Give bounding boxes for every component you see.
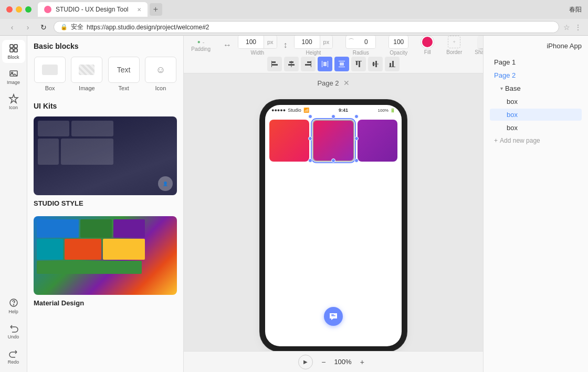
svg-rect-28 <box>372 63 379 64</box>
block-item-text[interactable]: Text Text <box>108 57 140 91</box>
width-input[interactable] <box>238 36 264 49</box>
sidebar-item-block[interactable]: Block <box>2 40 25 63</box>
play-button[interactable]: ▶ <box>298 355 313 369</box>
page-item-box1[interactable]: box <box>490 95 582 108</box>
radius-input-group[interactable]: ⌒ <box>345 36 376 49</box>
close-button[interactable] <box>6 6 13 13</box>
align-right-button[interactable] <box>301 57 316 71</box>
sidebar-item-redo[interactable]: Redo <box>2 345 25 368</box>
address-bar[interactable]: 🔒 安全 https://app.studio.design/project/w… <box>54 21 559 33</box>
browser-user: 春阳 <box>569 5 582 14</box>
box-purple[interactable] <box>358 120 397 162</box>
distribute-v-icon <box>338 60 345 68</box>
sidebar-item-image[interactable]: Image <box>2 65 25 88</box>
shadow-section: Shadow <box>475 36 483 55</box>
zoom-level: 100% <box>334 358 351 366</box>
address-url: https://app.studio.design/project/welcom… <box>87 24 209 31</box>
page2-label: Page 2 <box>494 71 516 79</box>
box-pink[interactable] <box>312 120 354 162</box>
opacity-input-group[interactable] <box>388 36 408 49</box>
material-block <box>37 261 142 274</box>
chat-button[interactable] <box>324 307 343 326</box>
zoom-in-button[interactable]: + <box>356 356 369 368</box>
minimize-button[interactable] <box>16 6 22 13</box>
opacity-input[interactable] <box>389 36 408 49</box>
kit-material-design[interactable]: Material Design <box>34 216 177 307</box>
width-input-group[interactable]: px <box>238 36 277 49</box>
zoom-out-button[interactable]: − <box>317 356 330 368</box>
align-left-button[interactable] <box>267 57 282 71</box>
lock-icon: 🔒 <box>60 24 68 30</box>
height-section: px Height <box>294 36 333 56</box>
align-middle-v-button[interactable] <box>368 57 383 71</box>
align-top-button[interactable] <box>351 57 366 71</box>
distribute-h-icon <box>321 60 329 68</box>
studio-avatar-icon: 👤 <box>163 182 168 186</box>
align-center-h-button[interactable] <box>284 57 299 71</box>
traffic-lights <box>6 6 32 13</box>
tab-close-button[interactable]: ✕ <box>137 7 141 13</box>
svg-rect-15 <box>305 64 311 66</box>
box-thumb <box>34 57 66 83</box>
svg-rect-1 <box>14 45 17 48</box>
toolbar-top-row: Box ● - - 22 Margin ● <box>184 36 483 55</box>
distribute-h-button[interactable] <box>318 57 332 71</box>
align-bottom-button[interactable] <box>385 57 400 71</box>
maximize-button[interactable] <box>25 6 32 13</box>
browser-toolbar: ‹ › ↻ 🔒 安全 https://app.studio.design/pro… <box>0 19 588 35</box>
padding-section: ● - Padding <box>191 39 211 52</box>
icon-sidebar-bottom: Help Undo Redo <box>2 294 25 368</box>
fill-color-swatch[interactable] <box>421 36 434 48</box>
shadow-control[interactable] <box>478 36 483 48</box>
back-button[interactable]: ‹ <box>6 23 18 31</box>
shadow-label: Shadow <box>475 49 483 55</box>
page-item-box3[interactable]: box <box>490 122 582 134</box>
battery-icon: 🔋 <box>390 108 395 113</box>
distribute-v-button[interactable] <box>334 57 349 71</box>
radius-input[interactable] <box>356 36 375 49</box>
page-item-page1[interactable]: Page 1 <box>490 56 582 68</box>
svg-rect-16 <box>311 61 311 67</box>
battery-percent: 100% <box>378 108 388 113</box>
material-block <box>37 219 79 238</box>
new-tab-button[interactable]: + <box>150 3 162 16</box>
fill-section: Fill <box>421 36 434 55</box>
page-close-button[interactable]: ✕ <box>343 79 350 87</box>
icon-shape: ☺ <box>156 65 165 76</box>
kit-studio-style[interactable]: 👤 STUDIO STYLE <box>34 116 177 208</box>
height-input[interactable] <box>295 36 320 49</box>
browser-menu-button[interactable]: ⋮ <box>574 23 582 31</box>
bookmark-button[interactable]: ☆ <box>563 23 570 31</box>
height-input-group[interactable]: px <box>294 36 333 49</box>
sidebar-item-undo[interactable]: Undo <box>2 320 25 343</box>
svg-rect-23 <box>356 61 358 65</box>
network-label: Studio <box>288 108 301 113</box>
add-page-button[interactable]: + Add new page <box>490 134 582 147</box>
forward-button[interactable]: › <box>22 23 34 31</box>
block-item-image[interactable]: Image <box>70 57 103 91</box>
svg-rect-24 <box>359 61 360 67</box>
padding-value-display: - <box>203 39 205 45</box>
page-item-base[interactable]: ▾ Base <box>490 82 582 94</box>
image-icon <box>8 68 19 79</box>
basic-blocks-title: Basic blocks <box>34 42 177 50</box>
border-control[interactable]: + <box>448 36 460 48</box>
canvas-workspace[interactable]: Page 2 ✕ ●●●●● Studio 📶 9:41 100% 🔋 <box>184 73 483 351</box>
toolbar-alignment-row <box>184 55 483 73</box>
refresh-button[interactable]: ↻ <box>38 23 49 31</box>
page-item-page2[interactable]: Page 2 <box>490 69 582 81</box>
sidebar-item-icon[interactable]: Icon <box>2 90 25 113</box>
carrier-label: ●●●●● <box>271 108 286 113</box>
material-block <box>113 219 145 238</box>
time-label: 9:41 <box>339 108 348 113</box>
svg-rect-25 <box>355 61 362 61</box>
page-item-box2[interactable]: box <box>490 109 582 121</box>
browser-tab[interactable]: STUDIO - UX Design Tool ✕ <box>38 2 148 17</box>
boxes-container <box>267 118 400 164</box>
block-item-icon[interactable]: ☺ Icon <box>144 57 177 91</box>
sidebar-item-help[interactable]: Help <box>2 294 25 317</box>
box-red[interactable] <box>269 120 309 162</box>
block-item-box[interactable]: Box <box>34 57 66 91</box>
opacity-section: Opacity <box>388 36 408 56</box>
chat-icon <box>329 312 338 321</box>
